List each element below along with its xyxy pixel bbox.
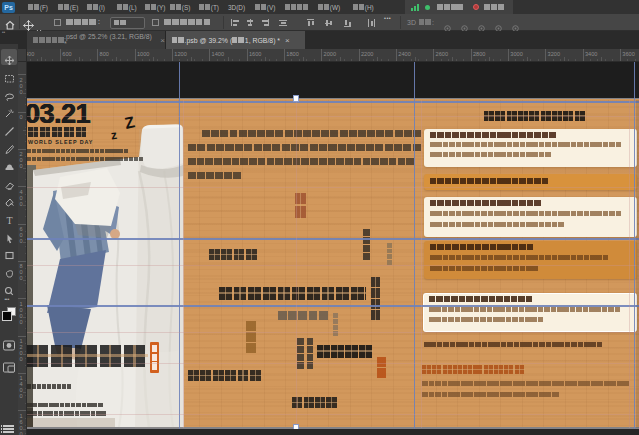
svg-text:T: T	[6, 215, 12, 226]
